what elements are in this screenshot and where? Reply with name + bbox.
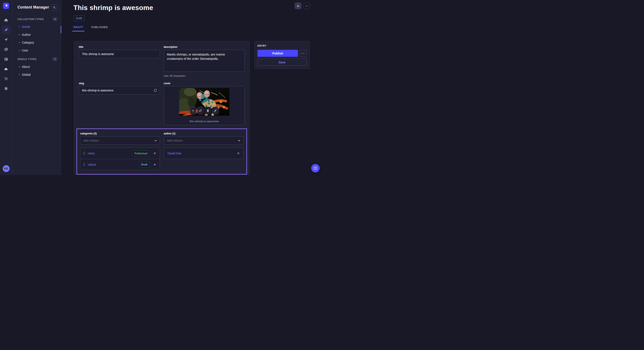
content-type-builder-icon[interactable] [2, 55, 10, 63]
draft-status-pill: Draft [139, 162, 150, 167]
plus-icon [192, 109, 195, 112]
relation-row-david-doe: David Doe ✕ [164, 148, 244, 159]
settings-gear-icon[interactable] [2, 84, 10, 93]
sidebar-item-category[interactable]: Category [12, 38, 61, 46]
regenerate-slug-button[interactable] [154, 88, 158, 92]
svg-text:?: ? [315, 167, 316, 169]
collection-types-count-badge: 4 [52, 17, 57, 21]
sidebar-item-global[interactable]: Global [12, 71, 61, 78]
sidebar-item-article[interactable]: Article [12, 23, 61, 31]
chevron-down-icon [238, 140, 240, 141]
slug-field: slug [79, 82, 160, 125]
add-media-button[interactable] [190, 107, 196, 114]
drag-handle-icon[interactable] [83, 152, 85, 155]
chevron-down-icon [154, 140, 157, 141]
cover-label: cover [164, 82, 245, 85]
tab-draft[interactable]: DRAFT [74, 26, 83, 31]
slug-input[interactable] [79, 86, 160, 95]
author-label: author (1) [164, 132, 244, 135]
pencil-icon [214, 109, 217, 112]
bullet-icon [19, 42, 20, 43]
releases-paper-plane-icon[interactable] [2, 35, 10, 44]
categories-field: categories (2) Add relation [80, 132, 160, 170]
categories-label: categories (2) [80, 132, 160, 135]
content-manager-feather-icon[interactable] [2, 25, 10, 34]
copy-link-button[interactable] [197, 107, 204, 114]
app-root: KD Content Manager COLLECTION TYPES 4 Ar… [0, 0, 322, 175]
link-icon [199, 109, 202, 112]
single-types-heading: SINGLE TYPES [18, 58, 37, 60]
author-field: author (1) Add relation David Doe ✕ [164, 132, 244, 170]
bullet-icon [19, 34, 20, 35]
question-mark-icon: ? [313, 166, 318, 170]
remove-relation-button[interactable]: ✕ [153, 151, 157, 155]
title-input[interactable] [79, 50, 160, 58]
description-field: description Mantis shrimps, or stomatopo… [164, 45, 245, 77]
download-icon [296, 4, 300, 7]
sidebar-item-author[interactable]: Author [12, 31, 61, 38]
relation-link-nature[interactable]: nature [88, 163, 96, 166]
edit-media-button[interactable] [212, 107, 218, 114]
slug-label: slug [79, 82, 160, 85]
refresh-icon [154, 88, 158, 92]
version-tabs: DRAFT PUBLISHED [74, 26, 322, 31]
sidebar-title: Content Manager [18, 5, 49, 9]
cover-filename: this-shrimp-is-awesome [190, 120, 219, 123]
search-icon [53, 6, 56, 9]
relation-row-news: news Published ✕ [80, 148, 160, 159]
title-field: title [79, 45, 160, 77]
page-title: This shrimp is awesome [74, 4, 322, 12]
help-button[interactable]: ? [311, 164, 320, 173]
relation-row-nature: nature Draft ✕ [80, 159, 160, 170]
published-status-pill: Published [132, 151, 150, 156]
relation-link-news[interactable]: news [88, 152, 95, 155]
export-download-button[interactable] [295, 2, 301, 9]
collection-types-heading: COLLECTION TYPES [18, 18, 44, 20]
entry-panel-title: ENTRY [258, 44, 307, 47]
strapi-logo[interactable] [3, 3, 9, 9]
drag-handle-icon[interactable] [83, 163, 85, 166]
entry-panel: ENTRY Publish ··· Save [254, 41, 310, 69]
author-relation-combobox[interactable]: Add relation [164, 136, 244, 145]
header-actions: ··· [295, 2, 310, 9]
content-manager-sidebar: Content Manager COLLECTION TYPES 4 Artic… [12, 0, 61, 175]
trash-icon [206, 109, 210, 112]
sidebar-item-user[interactable]: User [12, 46, 61, 54]
single-types-count-badge: 2 [52, 57, 57, 61]
cover-action-toolbar [190, 107, 218, 114]
bullet-icon [19, 66, 20, 67]
edit-form-panel: title description Mantis shrimps, or sto… [74, 41, 250, 175]
single-types-list: About Global [12, 63, 61, 78]
bullet-icon [19, 74, 20, 75]
description-textarea[interactable]: Mantis shrimps, or stomatopods, are mari… [164, 50, 245, 72]
categories-relation-combobox[interactable]: Add relation [80, 136, 160, 145]
media-library-icon[interactable] [2, 45, 10, 54]
rail-icon-list [2, 16, 10, 94]
status-badge: Draft [74, 15, 84, 21]
save-button[interactable]: Save [258, 59, 307, 66]
title-label: title [79, 45, 160, 48]
relations-highlight-region: categories (2) Add relation [76, 128, 247, 175]
delete-media-button[interactable] [205, 107, 211, 114]
marketplace-cart-icon[interactable] [2, 74, 10, 83]
search-button[interactable] [51, 4, 57, 10]
user-avatar[interactable]: KD [3, 165, 10, 172]
rail-footer: KD [0, 162, 12, 175]
publish-button[interactable]: Publish [258, 50, 298, 57]
sidebar-item-about[interactable]: About [12, 63, 61, 71]
description-hint: max. 80 characters [164, 74, 245, 77]
entry-more-button[interactable]: ··· [300, 50, 307, 57]
bullet-icon [19, 50, 20, 51]
author-relation-list: David Doe ✕ [164, 148, 244, 159]
tab-published[interactable]: PUBLISHED [91, 26, 108, 31]
main-content: This shrimp is awesome Draft DRAFT PUBLI… [61, 0, 322, 175]
cover-media-card: this-shrimp-is-awesome [164, 86, 245, 125]
remove-relation-button[interactable]: ✕ [153, 163, 157, 167]
remove-relation-button[interactable]: ✕ [236, 151, 240, 155]
relation-link-david-doe[interactable]: David Doe [168, 152, 182, 155]
nav-rail: KD [0, 0, 12, 175]
header-more-button[interactable]: ··· [304, 2, 310, 9]
categories-relation-list: news Published ✕ [80, 148, 160, 170]
home-icon[interactable] [2, 16, 10, 24]
deploy-cloud-icon[interactable] [2, 65, 10, 73]
